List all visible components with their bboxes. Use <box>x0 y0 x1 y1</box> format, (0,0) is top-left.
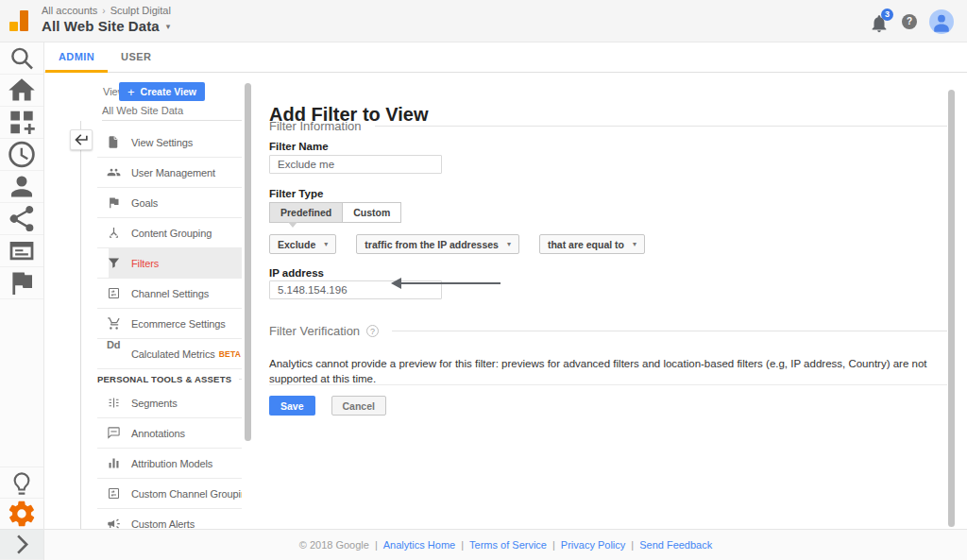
footer-link-send-feedback[interactable]: Send Feedback <box>639 539 712 551</box>
admin-gear-icon <box>0 499 43 529</box>
ip-address-input[interactable] <box>269 280 442 299</box>
rail-item-audience[interactable] <box>0 171 43 203</box>
rail-item-customization[interactable] <box>0 107 43 139</box>
nav-rail-bottom <box>0 467 43 529</box>
notification-badge: 3 <box>881 8 893 21</box>
add-filter-panel: Add Filter to View Filter Information Fi… <box>252 73 967 529</box>
sidebar-scrollbar[interactable] <box>245 83 251 441</box>
divider <box>392 331 947 331</box>
sidebar-item-content-grouping[interactable]: Content Grouping <box>97 218 242 248</box>
acquisition-share-icon <box>0 203 43 234</box>
sidebar-item-user-management[interactable]: User Management <box>97 158 242 188</box>
filter-expression-dropdown[interactable]: that are equal to ▾ <box>539 234 645 254</box>
sidebar-item-label: Calculated Metrics <box>131 348 215 360</box>
sidebar-section-header: PERSONAL TOOLS & ASSETS <box>97 369 242 388</box>
chevron-down-icon: ▾ <box>507 240 511 248</box>
topbar-actions: 3 ? <box>869 0 954 42</box>
footer-link-analytics-home[interactable]: Analytics Home <box>383 539 455 551</box>
verification-message: Analytics cannot provide a preview for t… <box>269 356 930 386</box>
filter-type-label: Filter Type <box>269 188 323 199</box>
tab-admin[interactable]: ADMIN <box>45 42 108 73</box>
footer-link-terms-of-service[interactable]: Terms of Service <box>469 539 547 551</box>
create-view-button[interactable]: + Create View <box>119 82 205 101</box>
dd-icon: Dd <box>107 339 121 368</box>
funnel-icon <box>107 248 121 278</box>
sidebar-item-view-settings[interactable]: View Settings <box>97 127 242 158</box>
channel-box-icon <box>107 479 121 508</box>
sidebar-item-custom-alerts[interactable]: Custom Alerts <box>97 509 242 529</box>
sidebar-item-label: Custom Alerts <box>131 518 195 530</box>
google-analytics-admin-page: All accounts › Sculpt Digital All Web Si… <box>0 0 967 560</box>
rail-item-admin[interactable] <box>0 498 43 529</box>
footer-separator: | <box>552 539 555 551</box>
sidebar-item-filters[interactable]: Filters <box>97 248 242 279</box>
admin-user-tabbar: ADMIN USER <box>44 42 967 73</box>
predefined-filter-dropdowns: Exclude ▾ traffic from the IP addresses … <box>269 234 645 254</box>
filter-type-predefined-button[interactable]: Predefined <box>269 202 343 223</box>
divider <box>375 126 947 127</box>
view-selector[interactable]: All Web Site Data ▾ <box>42 18 171 34</box>
collapse-column-button[interactable] <box>70 129 93 150</box>
sidebar-item-goals[interactable]: Goals <box>97 188 242 218</box>
main-scrollbar[interactable] <box>948 90 955 527</box>
filter-type-custom-button[interactable]: Custom <box>343 202 401 223</box>
sidebar-item-annotations[interactable]: Annotations <box>97 418 242 449</box>
back-arrow-icon <box>71 130 92 149</box>
breadcrumb-separator: › <box>102 6 105 16</box>
filter-type-toggle: Predefined Custom <box>269 202 401 223</box>
column-connector-line <box>80 121 81 529</box>
sidebar-item-label: Goals <box>131 197 158 209</box>
conversions-flag-icon <box>0 267 43 298</box>
breadcrumb-property[interactable]: Sculpt Digital <box>110 5 171 16</box>
sidebar-item-calculated-metrics[interactable]: DdCalculated MetricsBETA <box>97 339 242 369</box>
cancel-button[interactable]: Cancel <box>331 396 386 416</box>
home-icon <box>0 75 43 106</box>
footer-link-privacy-policy[interactable]: Privacy Policy <box>561 539 625 551</box>
filter-source-dropdown[interactable]: traffic from the IP addresses ▾ <box>356 234 519 254</box>
sidebar-item-ecommerce-settings[interactable]: Ecommerce Settings <box>97 309 242 339</box>
filter-name-input[interactable] <box>269 155 442 174</box>
rail-item-acquisition[interactable] <box>0 203 43 235</box>
collapse-nav-button[interactable] <box>0 529 43 560</box>
rail-item-search[interactable] <box>0 42 43 75</box>
rail-item-home[interactable] <box>0 75 43 107</box>
breadcrumb: All accounts › Sculpt Digital <box>42 5 171 16</box>
breadcrumb-all-accounts[interactable]: All accounts <box>42 5 97 16</box>
avatar[interactable] <box>929 9 954 34</box>
speech-bubble-icon <box>107 418 121 448</box>
ip-address-label: IP address <box>269 267 324 279</box>
page-footer: © 2018 Google |Analytics Home|Terms of S… <box>44 529 967 560</box>
notifications-button[interactable]: 3 <box>869 11 890 32</box>
sidebar-item-custom-channel-grouping[interactable]: Custom Channel GroupingBETA <box>97 479 242 509</box>
analytics-logo-icon[interactable] <box>8 9 33 32</box>
sidebar-item-label: Custom Channel Grouping <box>131 488 242 500</box>
save-button[interactable]: Save <box>269 396 315 416</box>
tab-user[interactable]: USER <box>108 42 164 73</box>
filter-verification-section-header: Filter Verification ? <box>269 324 947 338</box>
rail-item-realtime[interactable] <box>0 139 43 171</box>
sidebar-item-attribution-models[interactable]: Attribution Models <box>97 449 242 479</box>
sidebar-item-channel-settings[interactable]: Channel Settings <box>97 279 242 309</box>
current-view-name[interactable]: All Web Site Data <box>102 105 183 116</box>
behavior-window-icon <box>0 235 43 266</box>
copyright-text: © 2018 Google <box>299 539 369 551</box>
help-button[interactable]: ? <box>902 14 917 29</box>
chevron-down-icon: ▾ <box>324 240 328 248</box>
admin-view-column: View + Create View All Web Site Data Vie… <box>44 73 252 529</box>
rail-item-conversions[interactable] <box>0 267 43 299</box>
megaphone-icon <box>107 509 121 529</box>
sidebar-item-segments[interactable]: Segments <box>97 388 242 418</box>
sidebar-item-label: Content Grouping <box>131 228 212 239</box>
filter-action-dropdown[interactable]: Exclude ▾ <box>269 234 336 254</box>
sidebar-item-label: View Settings <box>131 137 193 148</box>
rail-item-behavior[interactable] <box>0 235 43 267</box>
discover-bulb-icon <box>0 467 43 498</box>
cart-icon <box>107 309 121 338</box>
document-icon <box>107 127 121 157</box>
audience-person-icon <box>0 171 43 202</box>
help-tooltip-icon[interactable]: ? <box>366 325 379 337</box>
sidebar-item-label: Segments <box>131 398 178 409</box>
rail-item-discover[interactable] <box>0 467 43 498</box>
footer-separator: | <box>461 539 464 551</box>
sidebar-item-label: Channel Settings <box>131 288 209 299</box>
